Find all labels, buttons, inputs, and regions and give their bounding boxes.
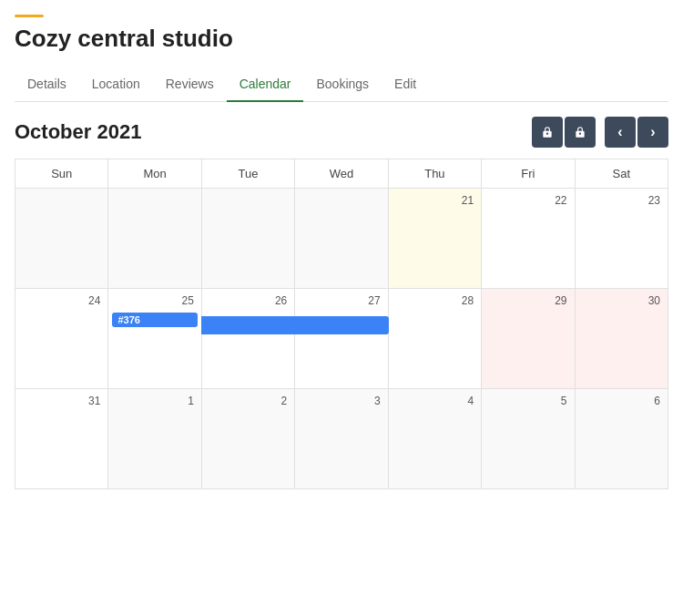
prev-month-button[interactable]: ‹	[605, 117, 636, 148]
day-cell-nm6[interactable]: 6	[575, 389, 668, 489]
day-cell-26[interactable]: 26	[201, 289, 294, 389]
day-cell-28[interactable]: 28	[388, 289, 481, 389]
day-number: 21	[392, 192, 477, 209]
calendar-week-1: 21 22 23	[15, 189, 668, 289]
nav-group: ‹ ›	[605, 117, 668, 148]
calendar-header: October 2021 ‹ ›	[15, 117, 668, 148]
calendar-week-2: 24 25 #376 26 27 28 29	[15, 289, 668, 389]
col-tue: Tue	[201, 159, 294, 189]
col-sat: Sat	[575, 159, 668, 189]
event-end	[294, 316, 388, 334]
day-number: 1	[112, 393, 197, 409]
day-cell-nm2[interactable]: 2	[201, 389, 294, 489]
col-thu: Thu	[388, 159, 481, 189]
day-number: 25	[112, 293, 197, 309]
day-cell-nm3[interactable]: 3	[295, 389, 388, 489]
day-number: 30	[579, 293, 664, 309]
col-fri: Fri	[482, 159, 575, 189]
day-cell[interactable]	[15, 189, 108, 289]
col-wed: Wed	[295, 159, 388, 189]
day-cell-nm4[interactable]: 4	[388, 389, 481, 489]
day-cell-29[interactable]: 29	[482, 289, 575, 389]
col-mon: Mon	[108, 159, 201, 189]
tab-bookings[interactable]: Bookings	[303, 67, 382, 102]
lock-closed-icon	[541, 126, 554, 139]
col-sun: Sun	[15, 159, 108, 189]
accent-bar	[15, 15, 44, 17]
calendar-week-3: 31 1 2 3 4 5 6	[15, 389, 668, 489]
calendar-header-row: Sun Mon Tue Wed Thu Fri Sat	[15, 159, 668, 189]
day-cell-nm1[interactable]: 1	[108, 389, 201, 489]
day-number: 2	[206, 393, 291, 409]
day-number: 4	[392, 393, 477, 409]
day-cell-27[interactable]: 27	[295, 289, 388, 389]
day-number: 28	[392, 293, 477, 309]
lock-open-icon	[574, 126, 586, 139]
event-bar-376[interactable]: #376	[112, 313, 197, 327]
day-number: 24	[19, 293, 104, 309]
day-cell[interactable]	[108, 189, 201, 289]
month-title: October 2021	[15, 120, 141, 144]
day-cell-nm5[interactable]: 5	[482, 389, 575, 489]
day-number: 22	[485, 192, 570, 209]
day-number: 27	[364, 293, 383, 309]
day-cell-31[interactable]: 31	[15, 389, 108, 489]
lock-closed-button[interactable]	[532, 117, 563, 148]
page-title: Cozy central studio	[15, 25, 668, 53]
day-cell-25[interactable]: 25 #376	[108, 289, 201, 389]
day-cell[interactable]	[295, 189, 388, 289]
day-cell-21[interactable]: 21	[388, 189, 481, 289]
day-number: 23	[579, 192, 664, 209]
tab-location[interactable]: Location	[79, 67, 153, 102]
day-cell-22[interactable]: 22	[482, 189, 575, 289]
day-cell-23[interactable]: 23	[575, 189, 668, 289]
tab-edit[interactable]: Edit	[382, 67, 429, 102]
day-number: 26	[271, 293, 291, 309]
event-continuation	[201, 316, 295, 334]
tab-nav: Details Location Reviews Calendar Bookin…	[15, 67, 668, 102]
calendar-grid: Sun Mon Tue Wed Thu Fri Sat 21 22	[15, 159, 668, 489]
tab-details[interactable]: Details	[15, 67, 79, 102]
day-cell[interactable]	[201, 189, 294, 289]
lock-group	[532, 117, 596, 148]
lock-open-button[interactable]	[565, 117, 596, 148]
next-month-button[interactable]: ›	[637, 117, 668, 148]
day-number: 3	[299, 393, 383, 409]
day-cell-30[interactable]: 30	[575, 289, 668, 389]
tab-calendar[interactable]: Calendar	[227, 67, 304, 102]
header-controls: ‹ ›	[532, 117, 668, 148]
day-cell-24[interactable]: 24	[15, 289, 108, 389]
day-number: 6	[579, 393, 664, 409]
day-number: 29	[485, 293, 570, 309]
tab-reviews[interactable]: Reviews	[153, 67, 227, 102]
day-number: 31	[19, 393, 104, 409]
day-number: 5	[485, 393, 570, 409]
